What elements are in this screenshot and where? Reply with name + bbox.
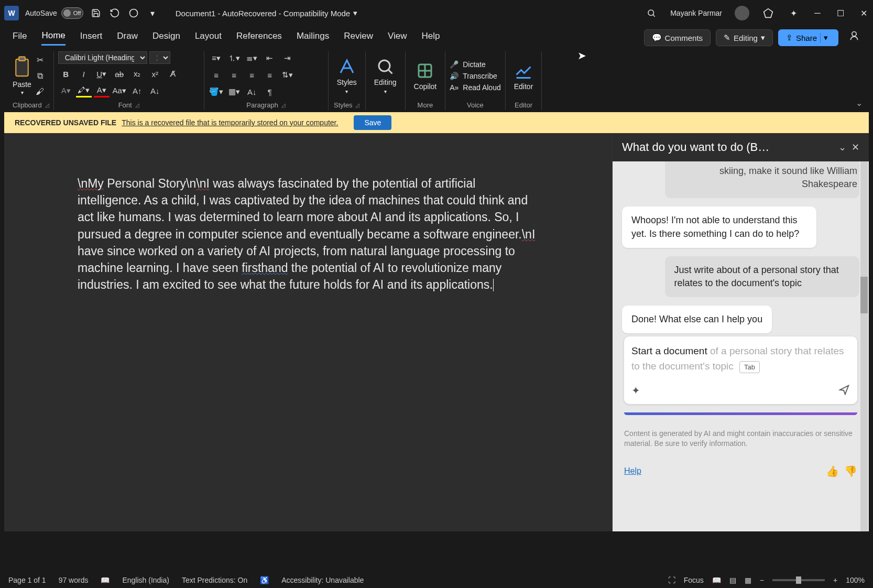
read-mode-icon[interactable]: 📖: [712, 576, 721, 584]
bold-button[interactable]: B: [58, 67, 74, 81]
status-accessibility[interactable]: Accessibility: Unavailable: [281, 576, 364, 584]
document-body[interactable]: \nMy Personal Story\n\nI was always fasc…: [78, 175, 539, 293]
multilevel-button[interactable]: ≣▾: [244, 51, 260, 65]
align-left-button[interactable]: ≡: [209, 68, 224, 82]
tab-layout[interactable]: Layout: [195, 31, 222, 45]
cut-icon[interactable]: ✂: [34, 54, 46, 67]
zoom-slider[interactable]: [772, 579, 825, 581]
underline-button[interactable]: U▾: [94, 67, 110, 81]
tab-references[interactable]: References: [236, 31, 282, 45]
sort-button[interactable]: A↓: [244, 85, 260, 99]
title-dropdown-icon[interactable]: ▾: [353, 8, 357, 18]
teams-icon[interactable]: [848, 29, 860, 42]
autosave-toggle[interactable]: Off: [61, 7, 83, 19]
status-words[interactable]: 97 words: [59, 576, 89, 584]
font-name-select[interactable]: Calibri Light (Headings): [58, 51, 147, 64]
autosave-control[interactable]: AutoSave Off: [25, 7, 83, 19]
shading-button[interactable]: 🪣▾: [209, 85, 224, 99]
maximize-button[interactable]: ☐: [835, 8, 846, 18]
web-layout-icon[interactable]: ▦: [745, 576, 751, 584]
increase-indent-button[interactable]: ⇥: [280, 51, 296, 65]
spellcheck-icon[interactable]: 📖: [101, 576, 110, 584]
bullets-button[interactable]: ≡▾: [209, 51, 224, 65]
paste-button[interactable]: Paste ▾: [13, 56, 31, 95]
copilot-chat-body[interactable]: skiing, make it sound like William Shake…: [613, 161, 869, 531]
clipboard-launcher-icon[interactable]: ◿: [45, 102, 49, 108]
share-button[interactable]: ⇪ Share ▾: [778, 29, 838, 46]
premium-icon[interactable]: [762, 7, 774, 19]
print-layout-icon[interactable]: ▤: [729, 576, 736, 584]
transcribe-button[interactable]: 🔊Transcribe: [450, 72, 501, 80]
read-aloud-button[interactable]: A»Read Aloud: [450, 83, 501, 92]
tab-home[interactable]: Home: [41, 30, 65, 46]
save-icon[interactable]: [90, 7, 102, 19]
editing-button[interactable]: Editing ▾: [370, 55, 401, 96]
strikethrough-button[interactable]: ab: [112, 67, 127, 81]
redo-icon[interactable]: [127, 7, 140, 19]
ribbon-collapse-icon[interactable]: ⌄: [856, 98, 863, 108]
qat-customize-icon[interactable]: ▾: [146, 7, 159, 19]
copy-icon[interactable]: ⧉: [34, 70, 46, 82]
grow-font-button[interactable]: A↑: [129, 84, 145, 97]
minimize-button[interactable]: ─: [812, 8, 823, 18]
highlight-button[interactable]: 🖍▾: [76, 84, 92, 97]
decrease-indent-button[interactable]: ⇤: [262, 51, 278, 65]
document-canvas[interactable]: \nMy Personal Story\n\nI was always fasc…: [4, 133, 612, 531]
editor-button[interactable]: Editor: [510, 59, 538, 93]
thumbs-down-icon[interactable]: 👎: [844, 465, 857, 477]
user-avatar[interactable]: [735, 6, 749, 20]
font-launcher-icon[interactable]: ◿: [135, 102, 139, 108]
status-predictions[interactable]: Text Predictions: On: [182, 576, 247, 584]
justify-button[interactable]: ≡: [262, 68, 278, 82]
sparkle-icon[interactable]: ✦: [787, 7, 800, 19]
tab-review[interactable]: Review: [344, 31, 373, 45]
tab-insert[interactable]: Insert: [80, 31, 103, 45]
subscript-button[interactable]: x₂: [129, 67, 145, 81]
status-zoom[interactable]: 100%: [846, 576, 865, 584]
msgbar-save-button[interactable]: Save: [354, 115, 391, 130]
tab-mailings[interactable]: Mailings: [297, 31, 329, 45]
status-focus[interactable]: Focus: [684, 576, 704, 584]
msgbar-link[interactable]: This is a recovered file that is tempora…: [122, 118, 338, 127]
font-color-button[interactable]: A▾: [94, 84, 110, 97]
styles-button[interactable]: Styles ▾: [333, 55, 361, 96]
tab-help[interactable]: Help: [422, 31, 440, 45]
styles-launcher-icon[interactable]: ◿: [355, 102, 359, 108]
search-icon[interactable]: [645, 7, 658, 19]
focus-icon[interactable]: ⛶: [668, 576, 675, 584]
share-dropdown-icon[interactable]: ▾: [820, 33, 831, 42]
align-center-button[interactable]: ≡: [226, 68, 242, 82]
superscript-button[interactable]: x²: [147, 67, 163, 81]
dictate-button[interactable]: 🎤Dictate: [450, 60, 501, 69]
borders-button[interactable]: ▦▾: [226, 85, 242, 99]
zoom-out-icon[interactable]: −: [760, 576, 764, 584]
editing-mode-button[interactable]: ✎ Editing ▾: [716, 29, 773, 46]
tab-design[interactable]: Design: [152, 31, 180, 45]
font-size-select[interactable]: 15: [149, 51, 170, 64]
close-button[interactable]: ✕: [858, 8, 869, 18]
italic-button[interactable]: I: [76, 67, 92, 81]
status-page[interactable]: Page 1 of 1: [8, 576, 46, 584]
copilot-help-link[interactable]: Help: [624, 466, 641, 476]
tab-file[interactable]: File: [13, 31, 27, 45]
numbering-button[interactable]: ⒈▾: [226, 51, 242, 65]
clear-format-button[interactable]: A̸: [165, 67, 181, 81]
copilot-collapse-icon[interactable]: ⌄: [838, 141, 846, 153]
align-right-button[interactable]: ≡: [244, 68, 260, 82]
scrollbar-thumb[interactable]: [860, 277, 868, 313]
copilot-scrollbar[interactable]: [860, 161, 868, 531]
tab-draw[interactable]: Draw: [117, 31, 138, 45]
tab-view[interactable]: View: [388, 31, 407, 45]
undo-icon[interactable]: [108, 7, 121, 19]
change-case-button[interactable]: Aa▾: [112, 84, 127, 97]
send-icon[interactable]: [838, 384, 850, 397]
copilot-close-icon[interactable]: ✕: [852, 141, 859, 153]
status-language[interactable]: English (India): [122, 576, 169, 584]
zoom-in-icon[interactable]: +: [833, 576, 837, 584]
comments-button[interactable]: 💬 Comments: [644, 29, 711, 46]
paragraph-launcher-icon[interactable]: ◿: [281, 102, 286, 108]
copilot-button[interactable]: Copilot: [410, 59, 441, 93]
copilot-input-box[interactable]: Start a document of a personal story tha…: [624, 336, 857, 404]
sparkle-icon[interactable]: ✦: [631, 384, 640, 397]
line-spacing-button[interactable]: ⇅▾: [280, 68, 296, 82]
